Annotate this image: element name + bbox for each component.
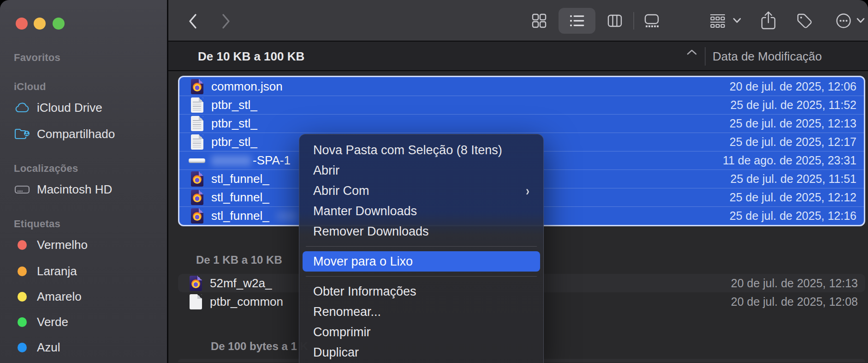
table-row[interactable]: ptbr_stl_ 25 de jul. de 2025, 12:13 [179,114,864,133]
sidebar-item-label: Azul [37,340,60,355]
sidebar-item-tag-azul[interactable]: Azul [0,338,167,357]
blank-document-icon [187,293,204,310]
menu-item-move-to-trash[interactable]: Mover para o Lixo [303,251,540,272]
forward-button[interactable] [220,12,232,30]
list-header-band: De 10 KB a 100 KB Data de Modificação [168,42,868,71]
sidebar-item-macintosh-hd[interactable]: Macintosh HD [0,180,167,199]
context-menu: Nova Pasta com Seleção (8 Itens) Abrir A… [299,134,544,363]
toolbar-separator [633,12,634,30]
group-header: De 1 KB a 10 KB [168,251,282,269]
text-document-icon [189,97,205,114]
menu-separator [306,246,537,247]
back-button[interactable] [187,12,199,30]
menu-item-duplicate[interactable]: Duplicar [299,342,543,363]
menu-separator [306,276,537,277]
group-header: De 100 bytes a 1 K [168,337,308,356]
firefox-document-icon [189,78,205,95]
sidebar-item-label: Amarelo [37,290,82,304]
gallery-view-button[interactable] [644,13,660,29]
menu-item-keep-downloads[interactable]: Manter Downloads [299,201,543,221]
firefox-document-icon [189,208,205,224]
sidebar-item-icloud-drive[interactable]: iCloud Drive [0,98,167,117]
sidebar-section-localizacoes: Localizações [0,159,167,178]
share-button[interactable] [760,11,777,30]
sidebar-section-icloud: iCloud [0,78,167,96]
tag-dot-green [14,314,30,330]
submenu-chevron-icon: › [526,183,529,199]
text-document-icon [189,134,205,151]
tag-dot-orange [14,263,30,279]
sidebar-item-tag-laranja[interactable]: Laranja [0,262,167,280]
shared-folder-icon [14,126,30,142]
firefox-document-icon [189,171,205,188]
tag-dot-red [14,237,30,253]
menu-item-open-with[interactable]: Abrir Com› [299,181,543,201]
icon-view-button[interactable] [531,13,547,29]
sidebar-item-label: Compartilhado [37,127,115,141]
sort-ascending-icon[interactable] [686,48,698,56]
tag-dot-yellow [14,289,30,304]
zoom-button[interactable] [53,18,65,30]
sidebar: Favoritos iCloud iCloud Drive Compartilh… [0,0,167,363]
menu-item-remove-downloads[interactable]: Remover Downloads [299,221,543,242]
firefox-document-icon [187,275,204,291]
minimize-button[interactable] [34,18,46,30]
table-row[interactable]: common.json 20 de jul. de 2025, 12:06 [179,77,864,96]
tag-dot-blue [14,339,30,355]
close-button[interactable] [16,18,28,30]
chevron-down-icon[interactable] [733,18,741,24]
sidebar-item-tag-amarelo[interactable]: Amarelo [0,287,167,306]
menu-item-rename[interactable]: Renomear... [299,302,543,322]
text-document-icon [189,115,205,132]
sidebar-item-label: Vermelho [37,238,88,252]
sidebar-item-label: Macintosh HD [37,182,112,197]
menu-item-new-folder-with-selection[interactable]: Nova Pasta com Seleção (8 Itens) [299,140,543,160]
redacted-text [277,212,297,221]
hard-drive-icon [14,182,30,197]
chevron-down-icon[interactable] [856,18,865,24]
slim-drive-icon [189,152,205,169]
sidebar-item-tag-vermelho[interactable]: Vermelho [0,236,167,254]
menu-item-compress[interactable]: Comprimir [299,322,543,342]
sidebar-item-label: Laranja [37,264,77,278]
sidebar-item-label: Verde [37,315,68,329]
more-options-button[interactable] [835,12,852,29]
sidebar-item-label: iCloud Drive [37,101,102,115]
menu-item-get-info[interactable]: Obter Informações [299,281,543,302]
firefox-document-icon [189,189,205,206]
menu-item-open[interactable]: Abrir [299,160,543,181]
finder-window: Favoritos iCloud iCloud Drive Compartilh… [0,0,868,363]
column-view-button[interactable] [607,13,623,29]
cloud-icon [14,100,30,115]
sidebar-item-compartilhado[interactable]: Compartilhado [0,125,167,143]
redacted-text [211,156,251,166]
list-view-button[interactable] [569,14,585,28]
table-row[interactable]: ptbr_stl_ 25 de jul. de 2025, 11:52 [179,96,864,114]
toolbar [168,0,868,42]
tag-button[interactable] [796,12,813,29]
sidebar-section-favoritos: Favoritos [0,48,167,67]
group-by-button[interactable] [710,13,725,28]
column-divider[interactable] [705,47,706,66]
sidebar-section-etiquetas: Etiquetas [0,215,167,233]
sidebar-item-tag-verde[interactable]: Verde [0,313,167,331]
column-header-date-modified[interactable]: Data de Modificação [713,42,822,71]
group-header-pinned: De 10 KB a 100 KB [198,42,304,71]
